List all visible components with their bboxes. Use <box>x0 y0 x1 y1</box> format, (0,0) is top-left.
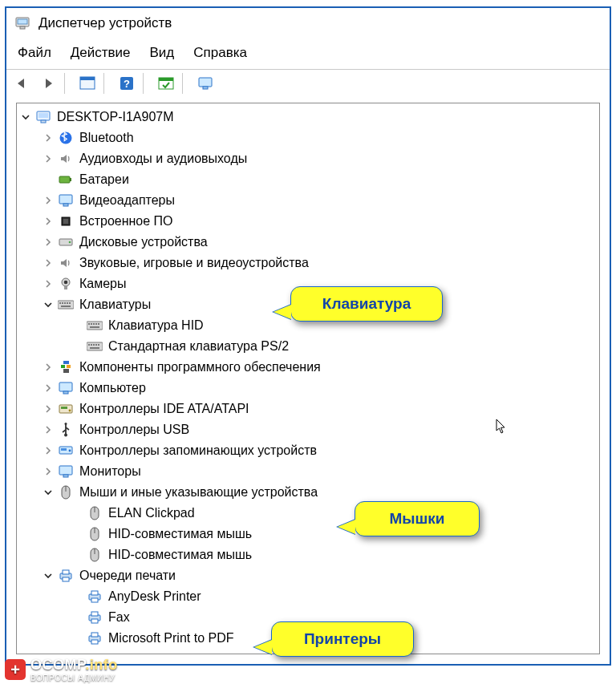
forward-button[interactable] <box>37 73 59 94</box>
chip-icon <box>57 213 75 229</box>
expand-toggle[interactable] <box>44 280 57 288</box>
tree-node-printq[interactable]: Очереди печати <box>17 565 599 586</box>
speaker-icon <box>57 151 75 167</box>
printer-icon <box>86 609 103 625</box>
svg-rect-72 <box>63 570 69 574</box>
expand-toggle[interactable] <box>44 259 57 267</box>
toolbar: ? <box>6 71 610 98</box>
swcomp-icon <box>57 359 75 375</box>
device-manager-window: Диспетчер устройств Файл Действие Вид Сп… <box>5 6 611 666</box>
monitor-icon[interactable] <box>194 73 217 94</box>
menu-view[interactable]: Вид <box>142 42 186 64</box>
tree-node-disk[interactable]: Дисковые устройства <box>17 232 599 253</box>
tree-node-label: Дисковые устройства <box>78 233 208 251</box>
svg-rect-12 <box>38 113 48 118</box>
svg-rect-28 <box>62 302 63 304</box>
menu-action[interactable]: Действие <box>63 42 142 64</box>
tree-node-label: Клавиатуры <box>78 296 151 314</box>
expand-toggle[interactable] <box>44 238 57 246</box>
tree-node-monitors[interactable]: Мониторы <box>17 461 599 482</box>
scan-hardware-icon[interactable] <box>155 73 177 94</box>
svg-rect-38 <box>98 323 99 325</box>
svg-rect-15 <box>59 176 70 183</box>
svg-rect-30 <box>67 302 68 304</box>
svg-rect-31 <box>69 302 71 304</box>
tree-leaf-label: Fax <box>107 609 130 626</box>
svg-rect-36 <box>93 323 95 325</box>
expand-toggle[interactable] <box>44 155 57 163</box>
bluetooth-icon <box>57 130 75 146</box>
tree-leaf-mouse-hid2[interactable]: HID-совместимая мышь <box>17 544 599 565</box>
tree-root-label: DESKTOP-I1A907M <box>55 108 174 126</box>
tree-leaf-mouse-hid1[interactable]: HID-совместимая мышь <box>17 524 599 544</box>
svg-rect-34 <box>88 323 90 325</box>
svg-rect-78 <box>91 612 98 616</box>
mouse-icon <box>86 526 103 542</box>
expand-toggle[interactable] <box>44 488 57 496</box>
tree-node-firmware[interactable]: Встроенное ПО <box>17 211 599 232</box>
menu-help[interactable]: Справка <box>185 42 258 64</box>
tree-leaf-label: Microsoft Print to PDF <box>107 629 233 647</box>
tree-node-audio-io[interactable]: Аудиовходы и аудиовыходы <box>17 148 599 169</box>
menu-file[interactable]: Файл <box>10 42 63 64</box>
storage-icon <box>57 443 75 459</box>
device-tree[interactable]: DESKTOP-I1A907MBluetoothАудиовходы и ауд… <box>17 103 599 654</box>
toolbar-separator <box>143 73 150 94</box>
tree-node-sound[interactable]: Звуковые, игровые и видеоустройства <box>17 253 599 273</box>
expand-toggle[interactable] <box>44 384 57 392</box>
tree-node-bluetooth[interactable]: Bluetooth <box>17 127 599 148</box>
help-icon[interactable]: ? <box>116 73 138 94</box>
expand-toggle[interactable] <box>44 467 57 476</box>
app-icon <box>14 15 30 31</box>
back-button[interactable] <box>11 73 34 94</box>
svg-rect-41 <box>88 344 90 346</box>
svg-rect-17 <box>59 195 72 204</box>
svg-rect-29 <box>64 302 66 304</box>
svg-rect-43 <box>93 344 95 346</box>
expand-toggle[interactable] <box>44 426 57 434</box>
svg-rect-76 <box>91 598 98 602</box>
tree-node-storage[interactable]: Контроллеры запоминающих устройств <box>17 440 599 461</box>
tree-leaf-mouse-elan[interactable]: ELAN Clickpad <box>17 503 599 524</box>
svg-rect-32 <box>61 306 71 307</box>
expand-toggle[interactable] <box>44 196 57 204</box>
tree-node-software[interactable]: Компоненты программного обеспечения <box>17 357 599 378</box>
expand-toggle[interactable] <box>44 134 57 142</box>
expand-toggle[interactable] <box>22 113 34 121</box>
svg-point-24 <box>64 281 68 285</box>
tree-node-display-ad[interactable]: Видеоадаптеры <box>17 190 599 211</box>
callout-label: Принтеры <box>304 630 381 647</box>
svg-rect-44 <box>95 344 97 346</box>
expand-toggle[interactable] <box>44 217 57 225</box>
expand-toggle[interactable] <box>44 405 57 413</box>
toolbar-separator <box>64 73 71 94</box>
expand-toggle[interactable] <box>44 301 57 309</box>
tree-leaf-label: ELAN Clickpad <box>107 504 195 522</box>
svg-rect-13 <box>41 120 46 123</box>
svg-rect-42 <box>91 344 92 346</box>
monitor-icon <box>57 463 75 480</box>
speaker-icon <box>57 255 75 271</box>
tree-node-label: Контроллеры USB <box>78 421 189 439</box>
tree-root[interactable]: DESKTOP-I1A907M <box>17 107 599 127</box>
tree-leaf-kb-ps2[interactable]: Стандартная клавиатура PS/2 <box>17 336 599 357</box>
svg-rect-47 <box>63 361 69 364</box>
expand-toggle[interactable] <box>44 447 57 455</box>
svg-rect-33 <box>87 322 103 330</box>
tree-node-computer[interactable]: Компьютер <box>17 378 599 399</box>
show-hidden-icon[interactable] <box>76 73 99 94</box>
expand-toggle[interactable] <box>44 363 57 371</box>
expand-toggle[interactable] <box>44 572 57 580</box>
svg-rect-52 <box>63 391 68 394</box>
tree-node-usb[interactable]: Контроллеры USB <box>17 419 599 440</box>
keyboard-icon <box>86 338 103 354</box>
svg-point-55 <box>69 410 71 412</box>
tree-leaf-prn-anydesk[interactable]: AnyDesk Printer <box>17 586 599 607</box>
tree-node-battery[interactable]: Батареи <box>17 169 599 190</box>
callout-printers: Принтеры <box>271 621 414 657</box>
tree-node-mice[interactable]: Мыши и иные указывающие устройства <box>17 482 599 503</box>
svg-rect-75 <box>91 591 98 595</box>
tree-node-ide[interactable]: Контроллеры IDE ATA/ATAPI <box>17 399 599 419</box>
tree-node-label: Звуковые, игровые и видеоустройства <box>78 254 309 272</box>
tree-node-label: Батареи <box>78 171 129 188</box>
